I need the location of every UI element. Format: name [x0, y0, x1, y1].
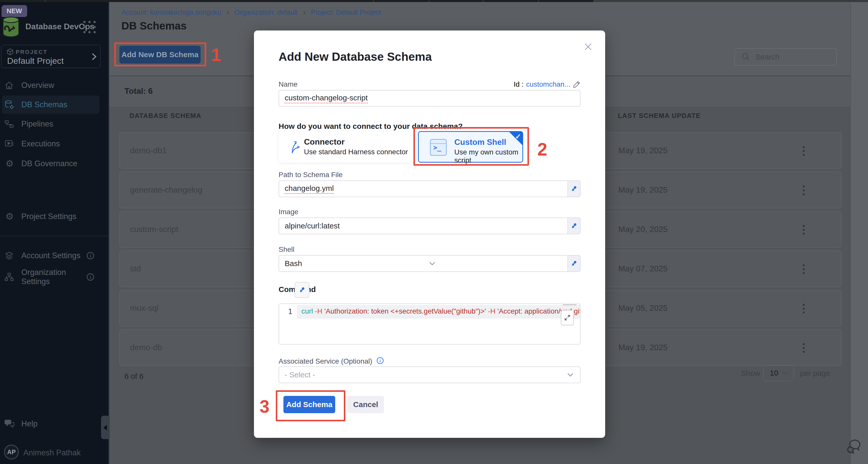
sidebar-item-executions[interactable]: Executions [0, 136, 109, 151]
associated-service-select[interactable]: - Select - [279, 367, 581, 383]
code-token: curl [302, 307, 313, 315]
sidebar-item-project-settings[interactable]: ⚙ Project Settings [0, 209, 109, 224]
info-icon[interactable] [376, 357, 384, 365]
name-value: custom-changelog-script [285, 93, 368, 104]
sidebar-item-account-settings[interactable]: Account Settings [0, 248, 109, 263]
pin-icon[interactable] [567, 256, 580, 271]
column-header-last-schema-update: LAST SCHEMA UPDATE [618, 112, 701, 120]
option-title: Connector [304, 137, 345, 147]
svg-text:?: ? [7, 420, 9, 424]
schema-date: May 19, 2025 [618, 343, 668, 352]
image-label: Image [279, 208, 299, 216]
command-pin-button[interactable] [294, 282, 309, 298]
new-badge: NEW [2, 5, 27, 17]
sidebar-item-label: Account Settings [21, 251, 81, 260]
path-label: Path to Schema File [279, 171, 343, 179]
sidebar: NEW Database DevOps PROJECT Default Proj… [0, 2, 109, 464]
page-size-value: 10 [770, 369, 778, 377]
breadcrumb-account-link[interactable]: Account: kurosakiichigo.songoku [121, 9, 221, 16]
sidebar-item-db-schemas[interactable]: DB Schemas [2, 95, 99, 114]
row-menu-kebab-icon[interactable]: ⋮ [797, 339, 810, 357]
path-field[interactable]: changelog.yml [279, 180, 581, 197]
close-icon[interactable] [583, 42, 595, 54]
breadcrumb-project-link[interactable]: Project: Default Project [311, 9, 381, 16]
image-field[interactable]: alpine/curl:latest [279, 218, 581, 234]
cube-icon [7, 48, 14, 55]
user-name: Animesh Pathak [23, 448, 81, 457]
chevron-down-icon [567, 373, 574, 377]
schema-name: std [130, 264, 141, 273]
row-menu-kebab-icon[interactable]: ⋮ [797, 299, 810, 318]
support-chat-icon[interactable] [846, 439, 862, 454]
executions-icon [5, 140, 15, 148]
annotation-box-2 [413, 127, 529, 166]
pin-icon[interactable] [567, 181, 580, 197]
chrome-strip [0, 0, 868, 2]
row-menu-kebab-icon[interactable]: ⋮ [797, 221, 810, 239]
sidebar-item-label: DB Schemas [21, 100, 67, 109]
image-value: alpine/curl:latest [285, 222, 340, 230]
pipelines-icon [5, 120, 15, 128]
breadcrumb: Account: kurosakiichigo.songoku › Organi… [121, 9, 381, 17]
search-box[interactable] [735, 48, 837, 65]
command-code-editor[interactable]: 1 curl -H 'Authorization: token <+secret… [279, 303, 581, 345]
annotation-number-1: 1 [211, 45, 221, 65]
cancel-button[interactable]: Cancel [347, 396, 384, 413]
schema-name: demo-db [130, 343, 162, 352]
avatar-initials: AP [7, 448, 16, 456]
row-menu-kebab-icon[interactable]: ⋮ [797, 181, 810, 200]
annotation-box-3 [276, 390, 345, 421]
sidebar-item-label: Executions [21, 139, 60, 148]
sidebar-item-organization-settings[interactable]: Organization Settings [0, 269, 109, 285]
module-grid-icon[interactable] [83, 20, 96, 34]
scrollbar-gutter[interactable] [850, 2, 868, 464]
pin-icon[interactable] [567, 218, 580, 234]
sidebar-item-pipelines[interactable]: Pipelines [0, 116, 109, 132]
modal-title: Add New Database Schema [279, 50, 432, 63]
project-name: Default Project [7, 56, 64, 66]
sidebar-item-db-governance[interactable]: ⚙ DB Governance [0, 156, 109, 171]
edit-pencil-icon[interactable] [573, 81, 581, 88]
code-line[interactable]: curl -H 'Authorization: token <+secrets.… [302, 307, 581, 315]
id-label: Id : [514, 80, 524, 88]
schema-date: May 05, 2025 [618, 303, 668, 313]
chevron-down-icon [429, 262, 435, 265]
path-value: changelog.yml [285, 184, 334, 194]
entity-id-row: Id : customchan... [514, 80, 581, 88]
schema-name: custom-script [130, 225, 178, 234]
option-subtitle: Use standard Harness connector [304, 148, 408, 156]
project-selector[interactable]: PROJECT Default Project [1, 45, 100, 68]
connector-branch-icon [289, 140, 302, 154]
sidebar-item-label: Help [21, 419, 38, 429]
governance-gear-icon: ⚙ [5, 158, 15, 169]
org-hierarchy-icon [5, 273, 15, 281]
project-label: PROJECT [16, 49, 48, 55]
app-root: NEW Database DevOps PROJECT Default Proj… [0, 0, 868, 464]
settings-gear-icon: ⚙ [5, 211, 15, 222]
schema-name: demo-db1 [130, 146, 166, 155]
code-token: -H [313, 307, 324, 315]
name-label: Name [279, 80, 298, 88]
option-card-connector[interactable]: Connector Use standard Harness connector [279, 131, 412, 163]
avatar[interactable]: AP [4, 445, 19, 459]
sidebar-item-label: Pipelines [21, 119, 53, 128]
page-size-select[interactable]: 10 [763, 365, 794, 381]
id-value[interactable]: customchan... [526, 80, 570, 88]
code-token: 'Authorization: token <+secrets.getValue… [324, 307, 486, 315]
info-icon [86, 252, 94, 260]
schema-date: May 19, 2025 [618, 146, 668, 155]
add-database-schema-modal: Add New Database Schema Name Id : custom… [254, 30, 605, 438]
sidebar-item-help[interactable]: ? Help [0, 416, 109, 432]
breadcrumb-separator: › [303, 9, 306, 16]
row-menu-kebab-icon[interactable]: ⋮ [797, 142, 810, 160]
sidebar-item-label: Project Settings [21, 212, 76, 221]
sidebar-collapse-handle[interactable] [101, 416, 110, 439]
expand-editor-icon[interactable] [561, 310, 574, 325]
sidebar-item-overview[interactable]: Overview [0, 78, 109, 93]
row-menu-kebab-icon[interactable]: ⋮ [797, 260, 810, 278]
page-title: DB Schemas [121, 20, 187, 32]
breadcrumb-org-link[interactable]: Organization: default [235, 9, 298, 16]
shell-select[interactable]: Bash [279, 255, 581, 272]
name-field[interactable]: custom-changelog-script [279, 90, 581, 107]
search-input[interactable] [755, 52, 831, 61]
